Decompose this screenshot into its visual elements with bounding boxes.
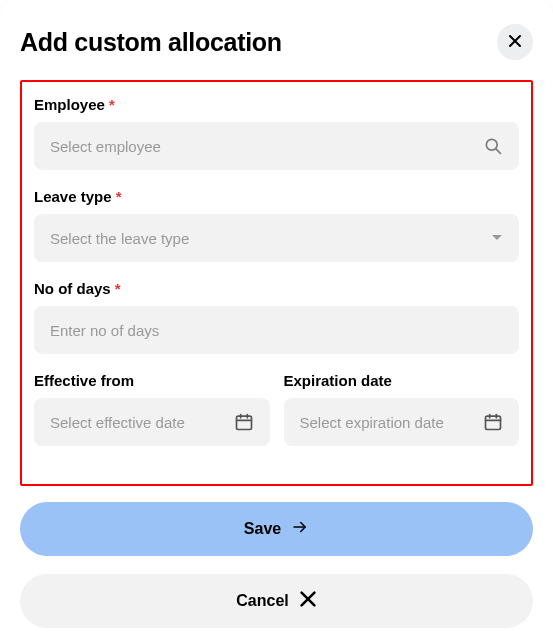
close-icon (508, 34, 522, 51)
search-icon (483, 136, 503, 156)
employee-placeholder: Select employee (50, 138, 161, 155)
leave-type-label: Leave type * (34, 188, 519, 205)
effective-from-field: Effective from Select effective date (34, 372, 270, 446)
calendar-icon (234, 412, 254, 432)
leave-type-field: Leave type * Select the leave type (34, 188, 519, 262)
svg-line-3 (496, 149, 501, 154)
employee-label-text: Employee (34, 96, 105, 113)
leave-type-label-text: Leave type (34, 188, 112, 205)
dialog-header: Add custom allocation (20, 24, 533, 60)
svg-rect-4 (236, 416, 251, 429)
chevron-down-icon (491, 234, 503, 242)
no-of-days-field: No of days * Enter no of days (34, 280, 519, 354)
close-icon (299, 590, 317, 612)
expiration-date-label: Expiration date (284, 372, 520, 389)
effective-from-label: Effective from (34, 372, 270, 389)
calendar-icon (483, 412, 503, 432)
no-of-days-label: No of days * (34, 280, 519, 297)
svg-rect-8 (486, 416, 501, 429)
expiration-date-placeholder: Select expiration date (300, 414, 444, 431)
leave-type-placeholder: Select the leave type (50, 230, 189, 247)
save-button-label: Save (244, 520, 281, 538)
cancel-button-label: Cancel (236, 592, 288, 610)
effective-from-placeholder: Select effective date (50, 414, 185, 431)
add-custom-allocation-dialog: Add custom allocation Employee * Select … (0, 0, 553, 632)
dialog-title: Add custom allocation (20, 28, 282, 57)
expiration-date-input[interactable]: Select expiration date (284, 398, 520, 446)
form-area: Employee * Select employee Leave type (20, 80, 533, 486)
required-mark: * (115, 280, 121, 297)
employee-select[interactable]: Select employee (34, 122, 519, 170)
expiration-date-field: Expiration date Select expiration date (284, 372, 520, 464)
close-button[interactable] (497, 24, 533, 60)
date-row: Effective from Select effective date (34, 372, 519, 464)
save-button[interactable]: Save (20, 502, 533, 556)
employee-field: Employee * Select employee (34, 96, 519, 170)
leave-type-select[interactable]: Select the leave type (34, 214, 519, 262)
required-mark: * (116, 188, 122, 205)
no-of-days-input[interactable]: Enter no of days (34, 306, 519, 354)
required-mark: * (109, 96, 115, 113)
cancel-button[interactable]: Cancel (20, 574, 533, 628)
arrow-right-icon (291, 518, 309, 540)
employee-label: Employee * (34, 96, 519, 113)
no-of-days-label-text: No of days (34, 280, 111, 297)
no-of-days-placeholder: Enter no of days (50, 322, 159, 339)
effective-from-input[interactable]: Select effective date (34, 398, 270, 446)
